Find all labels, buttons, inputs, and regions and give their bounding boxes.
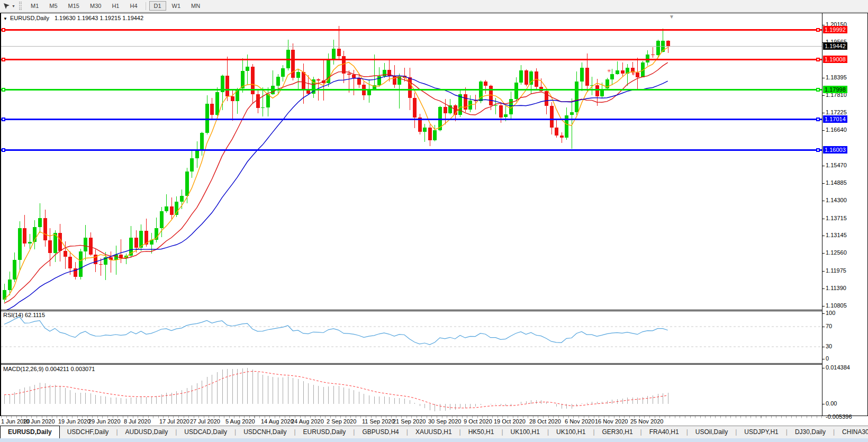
date-axis-label: 19 Oct 2020 xyxy=(494,418,526,425)
symbol-tab-fra40-12[interactable]: FRA40,H1 xyxy=(642,426,686,438)
scroll-to-end-icon[interactable]: ▼ xyxy=(669,14,674,20)
rsi-axis-label: 30 xyxy=(826,343,832,349)
price-level-badge: 1.19992 xyxy=(823,26,847,33)
line-drag-handle[interactable] xyxy=(816,88,820,92)
date-axis-label: 29 Jun 2020 xyxy=(88,418,121,425)
symbol-tab-usdcad-3[interactable]: USDCAD,Daily xyxy=(177,426,234,438)
date-axis-label: 5 Aug 2020 xyxy=(225,418,255,425)
symbol-tab-usdjpy-14[interactable]: USDJPY,H1 xyxy=(737,426,785,438)
price-axis-tick xyxy=(822,25,825,25)
price-axis-tick xyxy=(822,236,825,236)
symbol-tab-china300-16[interactable]: CHINA300,H1 xyxy=(835,426,868,438)
timeframe-button-m1[interactable]: M1 xyxy=(26,1,43,11)
timeframe-button-w1[interactable]: W1 xyxy=(167,1,186,11)
price-axis-label: 1.18395 xyxy=(826,74,847,80)
date-axis-label: 8 Jul 2020 xyxy=(124,418,151,425)
timeframe-button-m5[interactable]: M5 xyxy=(44,1,62,11)
timeframe-button-m30[interactable]: M30 xyxy=(85,1,106,11)
price-axis-tick xyxy=(822,183,825,184)
symbol-tab-usoil-13[interactable]: USOil,Daily xyxy=(688,426,735,438)
line-drag-handle[interactable] xyxy=(816,58,820,61)
rsi-axis-tick xyxy=(822,347,825,347)
toolbar-separator xyxy=(146,2,146,10)
timeframe-button-d1[interactable]: D1 xyxy=(149,1,166,11)
price-level-badge: 1.17998 xyxy=(823,86,847,93)
line-drag-handle[interactable] xyxy=(2,58,5,61)
price-level-badge: 1.19008 xyxy=(823,56,847,63)
rsi-axis-tick xyxy=(822,313,825,314)
macd-axis-label: -0.005396 xyxy=(826,413,852,420)
price-axis-tick xyxy=(822,130,825,131)
rsi-axis-tick xyxy=(822,359,825,359)
date-axis-label: 2 Sep 2020 xyxy=(327,418,356,425)
price-axis-line xyxy=(822,13,822,416)
date-axis-label: 19 Jun 2020 xyxy=(58,418,91,425)
line-drag-handle[interactable] xyxy=(816,118,820,121)
symbol-tab-ger30-11[interactable]: GER30,H1 xyxy=(595,426,640,438)
line-drag-handle[interactable] xyxy=(2,118,5,121)
window-bottom-strip xyxy=(0,438,868,442)
rsi-chart-canvas[interactable] xyxy=(1,311,822,363)
macd-chart-canvas[interactable] xyxy=(1,365,822,416)
timeframe-toolbar: ▼ M1M5M15M30H1H4D1W1MN xyxy=(0,0,868,12)
date-axis-label: 30 Sep 2020 xyxy=(428,418,461,425)
title-collapse-icon[interactable]: ▼ xyxy=(3,16,7,21)
line-drag-handle[interactable] xyxy=(2,88,5,92)
cursor-tool-icon[interactable] xyxy=(1,1,12,11)
macd-axis-tick xyxy=(822,368,825,368)
symbol-tab-usdchf-1[interactable]: USDCHF,Daily xyxy=(60,426,116,438)
line-drag-handle[interactable] xyxy=(2,148,5,152)
price-axis-tick xyxy=(822,95,825,96)
symbol-tab-uk100-9[interactable]: UK100,H1 xyxy=(503,426,547,438)
support-resistance-line[interactable] xyxy=(1,29,822,31)
tool-dropdown-caret-icon[interactable]: ▼ xyxy=(12,4,17,8)
date-axis-label: 9 Oct 2020 xyxy=(464,418,492,425)
support-resistance-line[interactable] xyxy=(1,149,822,151)
price-axis-label: 1.13715 xyxy=(826,215,847,221)
symbol-tab-usdcnh-4[interactable]: USDCNH,Daily xyxy=(236,426,294,438)
chart-marker-icon: ✳ xyxy=(607,69,611,74)
toolbar-grip[interactable] xyxy=(19,2,22,10)
symbol-tab-eurusd-5[interactable]: EURUSD,Daily xyxy=(296,426,354,438)
timeframe-button-m15[interactable]: M15 xyxy=(64,1,84,11)
chart-marker-icon: ✳ xyxy=(631,72,636,77)
line-drag-handle[interactable] xyxy=(816,28,820,32)
symbol-tab-xauusd-7[interactable]: XAUUSD,H1 xyxy=(408,426,459,438)
price-axis-label: 1.16640 xyxy=(826,127,847,133)
symbol-tab-audusd-2[interactable]: AUDUSD,Daily xyxy=(118,426,176,438)
symbol-tab-uk100-10[interactable]: UK100,H1 xyxy=(549,426,593,438)
symbol-tab-gbpusd-6[interactable]: GBPUSD,H4 xyxy=(355,426,406,438)
date-axis-label: 6 Nov 2020 xyxy=(565,418,594,425)
price-level-badge: 1.17014 xyxy=(823,115,847,123)
rsi-axis-tick xyxy=(822,327,825,327)
price-axis-tick xyxy=(822,306,825,306)
timeframe-button-mn[interactable]: MN xyxy=(186,1,205,11)
date-axis-label: 28 Oct 2020 xyxy=(529,418,561,425)
date-axis-label: 27 Jul 2020 xyxy=(190,418,220,425)
symbol-tab-eurusd-0[interactable]: EURUSD,Daily xyxy=(0,426,60,438)
price-axis-label: 1.14885 xyxy=(826,179,847,186)
line-drag-handle[interactable] xyxy=(2,28,5,32)
support-resistance-line[interactable] xyxy=(1,89,822,91)
date-axis-label: 16 Nov 2020 xyxy=(595,418,628,425)
timeframe-button-h4[interactable]: H4 xyxy=(125,1,142,11)
price-axis-tick xyxy=(822,166,825,166)
support-resistance-line[interactable] xyxy=(1,119,822,120)
line-drag-handle[interactable] xyxy=(816,148,820,152)
support-resistance-line[interactable] xyxy=(1,59,822,60)
chart-title: ▼EURUSD,Daily1.19630 1.19643 1.19215 1.1… xyxy=(3,15,143,21)
price-axis-label: 1.17225 xyxy=(826,109,847,115)
price-chart-canvas[interactable] xyxy=(1,21,822,310)
price-axis-tick xyxy=(822,253,825,254)
date-axis-label: 21 Sep 2020 xyxy=(393,418,426,425)
symbol-tab-hk50-8[interactable]: HK50,H1 xyxy=(461,426,502,438)
price-axis-tick xyxy=(822,271,825,272)
date-axis-label: 10 Jun 2020 xyxy=(23,418,55,425)
price-axis-tick xyxy=(822,219,825,219)
timeframe-button-h1[interactable]: H1 xyxy=(107,1,124,11)
price-axis-label: 1.11975 xyxy=(826,267,846,274)
symbol-tab-dj30-15[interactable]: DJ30,Daily xyxy=(788,426,833,438)
chart-ohlc-values: 1.19630 1.19643 1.19215 1.19442 xyxy=(55,15,143,21)
date-axis-label: 24 Aug 2020 xyxy=(291,418,324,425)
current-price-line xyxy=(1,46,822,47)
